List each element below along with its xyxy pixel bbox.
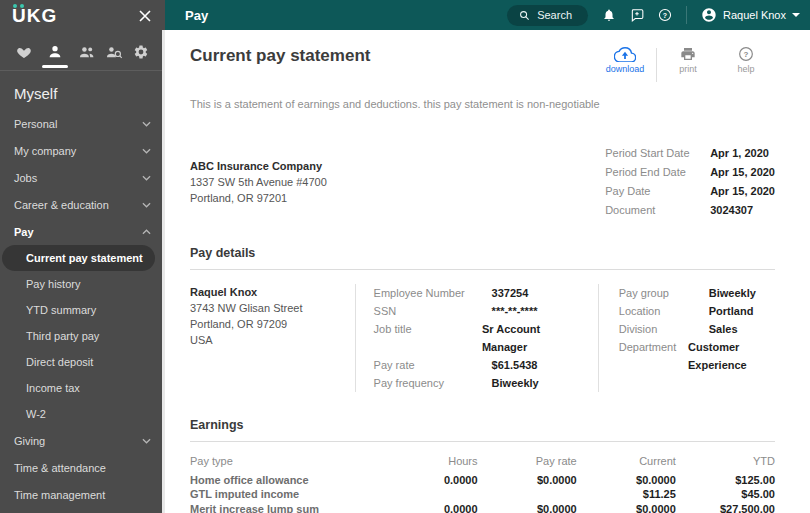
employee-address-line2: Portland, OR 97209 [190, 316, 355, 332]
chevron-down-icon [142, 121, 151, 127]
earnings-row: Home office allowance 0.0000 $0.0000 $0.… [190, 473, 775, 488]
earnings-heading: Earnings [190, 418, 775, 432]
chevron-down-icon [142, 202, 151, 208]
avatar-icon [701, 7, 717, 23]
svg-text:?: ? [663, 12, 667, 19]
topbar-title: Pay [185, 8, 208, 23]
sidebar-item-jobs[interactable]: Jobs [0, 164, 165, 191]
print-button[interactable]: print [659, 46, 717, 74]
feedback-chat-icon[interactable] [630, 8, 644, 22]
earnings-row: Merit increase lump sum 0.0000 $0.0000 $… [190, 502, 775, 513]
help-circle-icon[interactable]: ? [658, 8, 672, 22]
pay-frequency-row: Pay frequencyBiweekly [374, 374, 580, 392]
sidebar-item-income-tax[interactable]: Income tax [0, 375, 165, 401]
download-cloud-icon [614, 46, 636, 62]
sidebar-item-w2[interactable]: W-2 [0, 401, 165, 427]
pay-group-row: Pay groupBiweekly [619, 284, 775, 302]
chevron-down-icon [142, 438, 151, 444]
sidebar-item-pay[interactable]: Pay [0, 218, 165, 245]
sidebar-item-personal[interactable]: Personal [0, 110, 165, 137]
active-tab-indicator [42, 65, 68, 68]
settings-icon[interactable] [133, 44, 149, 60]
people-search-icon[interactable] [105, 44, 123, 60]
period-end-row: Period End Date Apr 15, 2020 [605, 163, 775, 182]
company-name: ABC Insurance Company [190, 158, 327, 174]
sidebar-section-title: Myself [0, 71, 165, 110]
pay-date-row: Pay Date Apr 15, 2020 [605, 182, 775, 201]
employee-address-block: Raquel Knox 3743 NW Glisan Street Portla… [190, 284, 356, 392]
employee-fields-block: Employee Number337254 SSN***-**-**** Job… [356, 284, 599, 392]
app-window: UKG Myself Personal [0, 0, 810, 513]
profile-menu[interactable]: Raquel Knox [701, 7, 800, 23]
people-icon[interactable] [78, 44, 96, 60]
company-address-line1: 1337 SW 5th Avenue #4700 [190, 174, 327, 190]
employee-number-row: Employee Number337254 [374, 284, 580, 302]
search-icon [519, 10, 530, 21]
sidebar-item-current-pay-statement[interactable]: Current pay statement [2, 245, 155, 271]
ukg-logo: UKG [12, 5, 57, 27]
sidebar-icon-nav [0, 32, 165, 70]
search-button[interactable]: Search [507, 5, 588, 26]
sidebar-header: UKG [0, 0, 165, 32]
org-fields-block: Pay groupBiweekly LocationPortland Divis… [599, 284, 775, 392]
svg-text:?: ? [744, 50, 749, 59]
download-button[interactable]: download [596, 46, 654, 74]
chevron-down-icon [142, 148, 151, 154]
help-icon: ? [738, 46, 754, 62]
earnings-header-row: Pay type Hours Pay rate Current YTD [190, 454, 775, 469]
statement-disclaimer: This is a statement of earnings and dedu… [190, 98, 775, 110]
employee-address-line3: USA [190, 332, 355, 348]
earnings-table: Pay type Hours Pay rate Current YTD Home… [190, 454, 775, 513]
chevron-up-icon [142, 229, 151, 235]
document-row: Document 3024307 [605, 201, 775, 220]
caret-down-icon [792, 13, 800, 17]
page-title: Current pay statement [190, 46, 370, 66]
section-divider [190, 269, 775, 270]
topbar: Pay Search ? Raquel Knox [165, 0, 810, 30]
printer-icon [680, 46, 696, 62]
sidebar: UKG Myself Personal [0, 0, 165, 513]
sidebar-item-time-attendance[interactable]: Time & attendance [0, 454, 165, 481]
close-icon[interactable] [137, 8, 153, 24]
employee-name: Raquel Knox [190, 284, 355, 300]
sidebar-item-my-company[interactable]: My company [0, 137, 165, 164]
pay-period-block: Period Start Date Apr 1, 2020 Period End… [605, 144, 775, 220]
notifications-bell-icon[interactable] [602, 8, 616, 22]
pay-details-heading: Pay details [190, 246, 775, 260]
sidebar-item-time-clock-entry[interactable]: Time clock entry [0, 508, 165, 513]
location-row: LocationPortland [619, 302, 775, 320]
period-start-row: Period Start Date Apr 1, 2020 [605, 144, 775, 163]
help-button[interactable]: ? help [717, 46, 775, 74]
division-row: DivisionSales [619, 320, 775, 338]
sidebar-scrollbar[interactable] [162, 30, 165, 513]
company-address-line2: Portland, OR 97201 [190, 190, 327, 206]
main-content: Current pay statement download print ? h… [165, 30, 810, 513]
employee-address-line1: 3743 NW Glisan Street [190, 300, 355, 316]
chevron-down-icon [142, 175, 151, 181]
sidebar-item-ytd-summary[interactable]: YTD summary [0, 297, 165, 323]
favorites-icon[interactable] [16, 44, 32, 60]
pay-rate-row: Pay rate$61.5438 [374, 356, 580, 374]
pay-details-section: Raquel Knox 3743 NW Glisan Street Portla… [190, 284, 775, 392]
sidebar-item-time-management[interactable]: Time management [0, 481, 165, 508]
section-divider [190, 441, 775, 442]
topbar-divider [686, 6, 687, 24]
earnings-row: GTL imputed income $11.25 $45.00 [190, 487, 775, 502]
actions-divider [656, 48, 657, 82]
sidebar-item-giving[interactable]: Giving [0, 427, 165, 454]
department-row: DepartmentCustomer Experience [619, 338, 775, 374]
sidebar-item-third-party-pay[interactable]: Third party pay [0, 323, 165, 349]
sidebar-item-direct-deposit[interactable]: Direct deposit [0, 349, 165, 375]
company-address-block: ABC Insurance Company 1337 SW 5th Avenue… [190, 144, 327, 220]
ssn-row: SSN***-**-**** [374, 302, 580, 320]
myself-icon[interactable] [42, 44, 68, 68]
user-name: Raquel Knox [723, 9, 786, 21]
sidebar-item-pay-history[interactable]: Pay history [0, 271, 165, 297]
logo-dots-icon [13, 4, 24, 8]
sidebar-item-career-education[interactable]: Career & education [0, 191, 165, 218]
job-title-row: Job titleSr Account Manager [374, 320, 580, 356]
